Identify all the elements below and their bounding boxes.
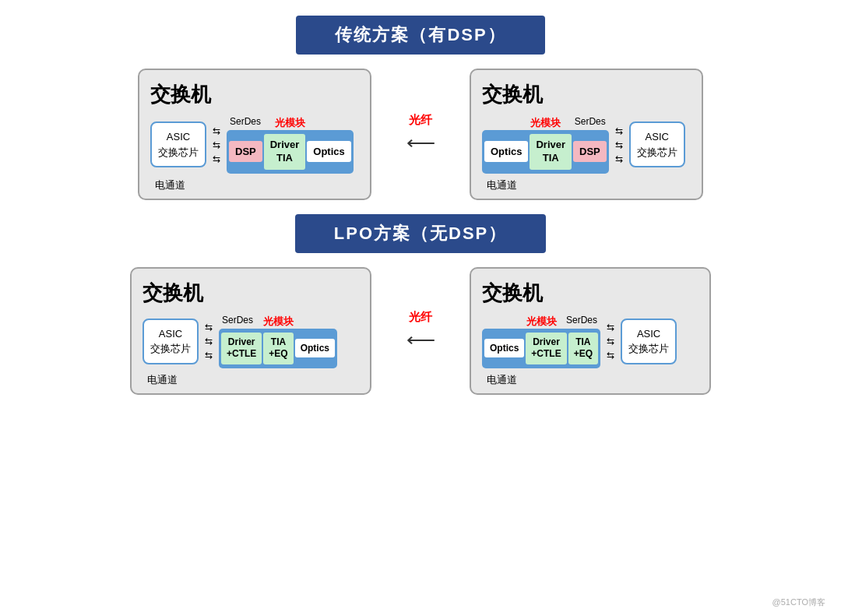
bottom-left-optical-module: Driver+CTLE TIA+EQ Optics	[219, 329, 337, 368]
top-left-optics-cell: Optics	[307, 141, 350, 162]
bottom-diagram-row: 交换机 ASIC 交换芯片 ⇆ ⇆ ⇆ SerDes 光模块 Driver+CT…	[23, 267, 818, 395]
bottom-fiber-label: 光纤	[409, 310, 432, 325]
top-left-switch-box: 交换机 ASIC 交换芯片 ⇆ ⇆ ⇆ SerDes 光模块 DSP	[138, 69, 371, 200]
bottom-right-optics-cell: Optics	[484, 339, 524, 357]
top-right-optical-module: Optics DriverTIA DSP	[482, 130, 609, 174]
top-right-dsp-cell: DSP	[573, 141, 607, 162]
bottom-right-tia-eq-cell: TIA+EQ	[568, 333, 598, 364]
bottom-left-switch-title: 交换机	[143, 280, 359, 307]
bottom-right-switch-title: 交换机	[482, 280, 698, 307]
bottom-right-arrows: ⇆ ⇆ ⇆	[607, 322, 614, 361]
bottom-fiber-arrow: ⟵	[406, 328, 435, 352]
top-section-title: 传统方案（有DSP）	[296, 16, 544, 55]
top-left-switch-title: 交换机	[150, 81, 359, 108]
top-right-asic-box: ASIC 交换芯片	[629, 121, 685, 167]
bottom-left-arrows: ⇆ ⇆ ⇆	[205, 322, 213, 361]
bottom-right-driver-ctle-cell: Driver+CTLE	[526, 333, 566, 364]
watermark: @51CTO博客	[772, 597, 825, 608]
top-right-optics-cell: Optics	[484, 141, 528, 162]
bottom-right-serdes-label: SerDes	[566, 315, 597, 326]
top-fiber-section: 光纤 ⟵	[385, 113, 456, 155]
bottom-right-asic-box: ASIC 交换芯片	[621, 319, 677, 364]
bottom-left-tia-eq-cell: TIA+EQ	[263, 333, 293, 364]
bottom-left-asic-box: ASIC 交换芯片	[143, 319, 199, 364]
top-right-switch-title: 交换机	[482, 81, 691, 108]
bottom-left-elec-label: 电通道	[143, 373, 359, 387]
top-left-elec-label: 电通道	[150, 178, 359, 192]
top-fiber-label: 光纤	[409, 113, 432, 128]
bottom-right-elec-label: 电通道	[482, 373, 698, 387]
top-diagram-row: 交换机 ASIC 交换芯片 ⇆ ⇆ ⇆ SerDes 光模块 DSP	[23, 69, 818, 200]
bottom-right-optical-module: Optics Driver+CTLE TIA+EQ	[482, 329, 600, 368]
top-left-optical-module: DSP DriverTIA Optics	[227, 130, 354, 174]
top-right-elec-label: 电通道	[482, 178, 691, 192]
bottom-left-driver-ctle-cell: Driver+CTLE	[221, 333, 262, 364]
top-right-switch-box: 交换机 SerDes 光模块 Optics DriverTIA DSP ⇆ ⇆ …	[470, 69, 703, 200]
bottom-right-switch-box: 交换机 SerDes 光模块 Optics Driver+CTLE TIA+EQ…	[470, 267, 711, 395]
top-right-serdes-label: SerDes	[575, 116, 606, 127]
bottom-fiber-section: 光纤 ⟵	[385, 310, 456, 352]
top-right-module-label: 光模块	[530, 116, 561, 130]
bottom-section-title: LPO方案（无DSP）	[295, 214, 546, 253]
top-right-arrows: ⇆ ⇆ ⇆	[615, 125, 623, 164]
top-left-driver-tia-cell: DriverTIA	[264, 134, 306, 170]
top-left-arrows: ⇆ ⇆ ⇆	[213, 125, 220, 164]
bottom-left-switch-box: 交换机 ASIC 交换芯片 ⇆ ⇆ ⇆ SerDes 光模块 Driver+CT…	[130, 267, 371, 395]
top-left-serdes-label: SerDes	[230, 116, 261, 127]
top-fiber-arrow: ⟵	[406, 131, 435, 155]
bottom-left-optics-cell: Optics	[295, 339, 335, 357]
bottom-left-serdes-label: SerDes	[222, 315, 253, 326]
top-right-driver-tia-cell: DriverTIA	[530, 134, 572, 170]
bottom-right-module-label: 光模块	[526, 315, 557, 329]
top-left-dsp-cell: DSP	[229, 141, 262, 162]
bottom-left-module-label: 光模块	[263, 315, 294, 329]
top-left-asic-box: ASIC 交换芯片	[150, 121, 206, 167]
top-left-module-label: 光模块	[275, 116, 305, 130]
